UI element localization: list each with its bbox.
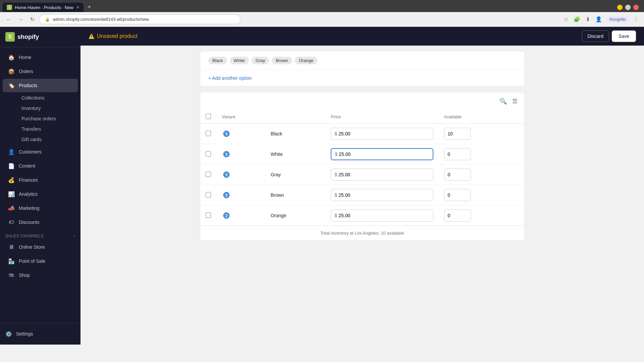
price-input-gray[interactable]: $ bbox=[331, 169, 433, 181]
browser-tab-bar: S Home Haven · Products · New ✕ + bbox=[0, 0, 644, 12]
sidebar-subitem-transfers[interactable]: Transfers bbox=[17, 124, 78, 134]
add-option-button[interactable]: + Add another option bbox=[200, 70, 524, 86]
browser-tab[interactable]: S Home Haven · Products · New ✕ bbox=[3, 3, 84, 12]
sidebar-item-orders[interactable]: 📦 Orders bbox=[3, 65, 78, 78]
finances-icon: 💰 bbox=[8, 177, 15, 183]
forward-button[interactable]: → bbox=[16, 15, 25, 24]
currency-symbol: $ bbox=[335, 152, 337, 157]
app-container: S shopify 🏠 Home 📦 Orders 🏷️ Products Co… bbox=[0, 27, 644, 345]
color-tags-row: Black White Gray Brown Orange bbox=[200, 51, 524, 70]
available-col-header: Available bbox=[439, 110, 524, 124]
sidebar-item-shop[interactable]: 🛍 Shop bbox=[3, 268, 78, 282]
reload-button[interactable]: ↻ bbox=[28, 15, 37, 24]
row-checkbox-brown[interactable] bbox=[206, 192, 211, 197]
bookmark-button[interactable]: ☆ bbox=[562, 15, 570, 24]
shop-icon: 🛍 bbox=[8, 272, 15, 279]
price-field-white[interactable] bbox=[339, 152, 366, 157]
svg-point-6 bbox=[223, 192, 229, 198]
sidebar-nav: 🏠 Home 📦 Orders 🏷️ Products Collections … bbox=[0, 47, 80, 323]
currency-symbol: $ bbox=[334, 213, 337, 218]
color-tag-white[interactable]: White bbox=[230, 57, 249, 64]
downloads-button[interactable]: ⬇ bbox=[584, 15, 591, 24]
qty-field-brown[interactable] bbox=[444, 189, 471, 201]
sidebar-item-label: Discounts bbox=[19, 220, 39, 225]
select-all-checkbox[interactable] bbox=[206, 114, 211, 119]
price-field-black[interactable] bbox=[338, 131, 365, 136]
svg-point-2 bbox=[223, 151, 229, 157]
expand-icon[interactable]: › bbox=[74, 234, 75, 238]
home-icon: 🏠 bbox=[8, 54, 15, 61]
sidebar-item-finances[interactable]: 💰 Finances bbox=[3, 173, 78, 187]
profile-button[interactable]: 👤 bbox=[594, 15, 603, 24]
filter-icon: ☰ bbox=[512, 98, 518, 105]
new-tab-button[interactable]: + bbox=[85, 2, 94, 12]
address-bar[interactable]: 🔒 admin.shopify.com/store/de8143-a6/prod… bbox=[39, 14, 240, 24]
svg-point-3 bbox=[226, 155, 227, 156]
sidebar-item-settings[interactable]: ⚙️ Settings bbox=[5, 327, 75, 341]
color-tag-gray[interactable]: Gray bbox=[252, 57, 269, 64]
sidebar-item-products[interactable]: 🏷️ Products bbox=[3, 79, 78, 92]
search-variants-button[interactable]: 🔍 bbox=[498, 96, 508, 106]
filter-variants-button[interactable]: ☰ bbox=[511, 96, 519, 106]
qty-field-gray[interactable] bbox=[444, 169, 471, 181]
sidebar-item-marketing[interactable]: 📣 Marketing bbox=[3, 201, 78, 215]
row-checkbox-orange[interactable] bbox=[206, 213, 211, 218]
table-row: White $ bbox=[200, 144, 524, 165]
close-button[interactable] bbox=[633, 5, 639, 10]
price-input-black[interactable]: $ bbox=[331, 128, 433, 140]
qty-field-orange[interactable] bbox=[444, 209, 471, 222]
warning-icon: ⚠️ bbox=[89, 34, 94, 39]
sidebar-item-label: Marketing bbox=[19, 205, 39, 211]
sidebar-item-analytics[interactable]: 📊 Analytics bbox=[3, 187, 78, 201]
color-tag-brown[interactable]: Brown bbox=[272, 57, 292, 64]
shopify-icon: S bbox=[5, 32, 15, 42]
table-row: Orange $ bbox=[200, 205, 524, 226]
main-area: ⚠️ Unsaved product Discard Save Black Wh… bbox=[80, 27, 644, 345]
sidebar-item-label: Orders bbox=[19, 69, 33, 74]
price-field-brown[interactable] bbox=[338, 192, 365, 198]
sidebar-subitem-purchase-orders[interactable]: Purchase orders bbox=[17, 114, 78, 124]
sidebar-subitem-collections[interactable]: Collections bbox=[17, 93, 78, 103]
sidebar-item-point-of-sale[interactable]: 🏪 Point of Sale bbox=[3, 254, 78, 268]
color-options-card: Black White Gray Brown Orange + Add anot… bbox=[200, 51, 525, 86]
shopify-logo[interactable]: S shopify bbox=[5, 32, 39, 42]
online-store-icon: 🖥 bbox=[8, 244, 15, 250]
main-content: Black White Gray Brown Orange + Add anot… bbox=[80, 46, 644, 345]
table-row: Gray $ bbox=[200, 165, 524, 185]
sidebar-item-content[interactable]: 📄 Content bbox=[3, 159, 78, 173]
svg-point-4 bbox=[223, 172, 229, 178]
discard-button[interactable]: Discard bbox=[582, 31, 609, 42]
price-field-orange[interactable] bbox=[338, 213, 365, 218]
orders-icon: 📦 bbox=[8, 68, 15, 75]
settings-label: Settings bbox=[16, 331, 33, 337]
price-input-brown[interactable]: $ bbox=[331, 189, 433, 201]
sidebar-item-home[interactable]: 🏠 Home bbox=[3, 51, 78, 64]
extensions-button[interactable]: 🧩 bbox=[572, 15, 582, 24]
row-checkbox-white[interactable] bbox=[206, 151, 211, 157]
svg-point-9 bbox=[226, 216, 227, 217]
pos-icon: 🏪 bbox=[8, 258, 15, 264]
save-button[interactable]: Save bbox=[612, 31, 636, 42]
sidebar-subitem-gift-cards[interactable]: Gift cards bbox=[17, 134, 78, 144]
variant-icon-black bbox=[222, 129, 231, 138]
menu-button[interactable]: ⋮ bbox=[632, 15, 640, 24]
price-field-gray[interactable] bbox=[338, 172, 365, 177]
row-checkbox-gray[interactable] bbox=[206, 172, 211, 177]
color-tag-black[interactable]: Black bbox=[208, 57, 227, 64]
tab-close-btn[interactable]: ✕ bbox=[76, 5, 79, 10]
minimize-button[interactable] bbox=[617, 5, 623, 10]
row-checkbox-black[interactable] bbox=[206, 131, 211, 136]
sidebar-item-online-store[interactable]: 🖥 Online Store bbox=[3, 240, 78, 254]
price-input-white[interactable]: $ bbox=[331, 148, 433, 160]
qty-field-black[interactable] bbox=[444, 128, 471, 140]
color-tag-orange[interactable]: Orange bbox=[295, 57, 317, 64]
sidebar-item-customers[interactable]: 👤 Customers bbox=[3, 145, 78, 159]
sidebar-footer: ⚙️ Settings bbox=[0, 323, 80, 345]
qty-field-white[interactable] bbox=[444, 148, 471, 160]
sidebar-item-discounts[interactable]: 🏷 Discounts bbox=[3, 216, 78, 229]
sidebar-subitem-inventory[interactable]: Inventory bbox=[17, 103, 78, 113]
maximize-button[interactable] bbox=[625, 5, 631, 10]
tab-title: Home Haven · Products · New bbox=[15, 5, 73, 10]
price-input-orange[interactable]: $ bbox=[331, 209, 433, 222]
back-button[interactable]: ← bbox=[4, 15, 13, 24]
